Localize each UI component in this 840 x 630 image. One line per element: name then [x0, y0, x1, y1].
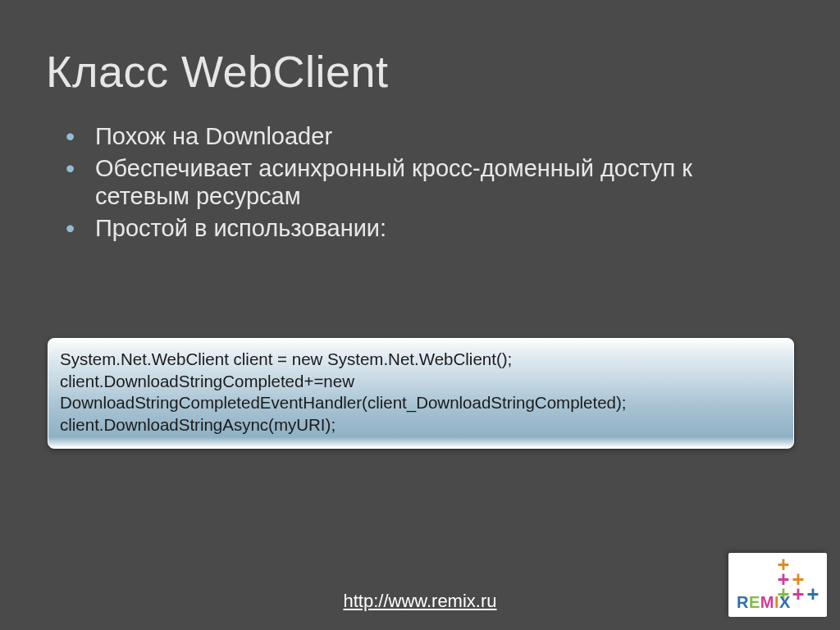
code-line: client.DownloadStringCompleted+=new Down… [60, 371, 782, 414]
footer-link[interactable]: http://www.remix.ru [0, 591, 840, 612]
code-line: System.Net.WebClient client = new System… [60, 349, 782, 371]
bullet-item: Простой в использовании: [66, 215, 779, 242]
slide-title: Класс WebClient [46, 46, 389, 97]
bullet-list: Похож на Downloader Обеспечивает асинхро… [66, 123, 779, 247]
bullet-item: Похож на Downloader [66, 123, 779, 150]
footer-link-text: http://www.remix.ru [343, 591, 496, 611]
bullet-item: Обеспечивает асинхронный кросс-доменный … [66, 155, 779, 210]
code-line: client.DownloadStringAsync(myURI); [60, 414, 782, 436]
brand-wordmark: REMIX [737, 593, 791, 612]
brand-logo: + ++ +++ REMIX [728, 553, 827, 617]
code-sample: System.Net.WebClient client = new System… [48, 338, 794, 449]
slide: Класс WebClient Похож на Downloader Обес… [0, 0, 840, 630]
